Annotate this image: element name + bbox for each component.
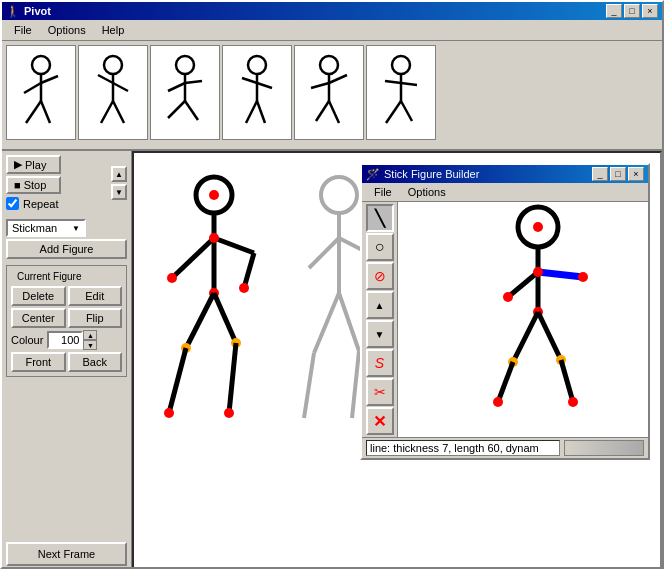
frame-1[interactable] (6, 45, 76, 140)
svg-point-18 (248, 56, 266, 74)
svg-line-14 (168, 83, 185, 91)
colour-down-button[interactable]: ▼ (83, 340, 97, 350)
next-frame-button[interactable]: Next Frame (6, 542, 127, 566)
svg-point-54 (321, 177, 357, 213)
svg-line-16 (168, 101, 185, 118)
svg-line-32 (385, 81, 401, 83)
no-tool-button[interactable]: ⊘ (366, 262, 394, 290)
colour-input[interactable]: 100 (47, 331, 83, 349)
menu-bar: File Options Help (2, 20, 662, 41)
scissors-tool-button[interactable]: ✂ (366, 378, 394, 406)
svg-point-69 (578, 272, 588, 282)
frame-2[interactable] (78, 45, 148, 140)
svg-point-45 (209, 233, 219, 243)
sub-status-scroll[interactable] (564, 440, 644, 456)
svg-line-27 (329, 75, 347, 83)
colour-spinbox: 100 ▲ ▼ (47, 330, 97, 350)
scroll-down-button[interactable]: ▼ (111, 184, 127, 200)
delete-button[interactable]: Delete (11, 286, 66, 306)
colour-label: Colour (11, 334, 43, 346)
playback-controls: ▶ Play ■ Stop Repeat (6, 155, 127, 211)
svg-point-74 (493, 397, 503, 407)
svg-point-78 (568, 397, 578, 407)
svg-line-3 (41, 76, 58, 83)
frame-5[interactable] (294, 45, 364, 140)
svg-line-34 (386, 101, 401, 123)
svg-line-77 (561, 360, 573, 402)
circle-tool-button[interactable]: ○ (366, 233, 394, 261)
minimize-button[interactable]: _ (606, 4, 622, 18)
sub-close-button[interactable]: × (628, 167, 644, 181)
menu-help[interactable]: Help (94, 22, 133, 38)
curve-tool-button[interactable]: S (366, 349, 394, 377)
svg-line-21 (257, 83, 272, 88)
colour-row: Colour 100 ▲ ▼ (11, 330, 122, 350)
svg-line-66 (508, 272, 538, 297)
svg-line-59 (304, 353, 314, 418)
play-button[interactable]: ▶ Play (6, 155, 61, 174)
main-window: 🚶 Pivot _ □ × File Options Help (0, 0, 664, 569)
center-button[interactable]: Center (11, 308, 66, 328)
close-button[interactable]: × (642, 4, 658, 18)
flip-button[interactable]: Flip (68, 308, 123, 328)
down-tool-button[interactable]: ▼ (366, 320, 394, 348)
add-figure-button[interactable]: Add Figure (6, 239, 127, 259)
svg-line-61 (352, 351, 359, 418)
sub-menu-bar: File Options (362, 183, 648, 202)
maximize-button[interactable]: □ (624, 4, 640, 18)
frame-3[interactable] (150, 45, 220, 140)
svg-line-9 (113, 83, 128, 91)
svg-line-48 (169, 348, 186, 413)
menu-options[interactable]: Options (40, 22, 94, 38)
title-bar-controls: _ □ × (606, 4, 658, 18)
svg-line-17 (185, 101, 198, 120)
frame-4[interactable] (222, 45, 292, 140)
sub-minimize-button[interactable]: _ (592, 167, 608, 181)
delete-tool-button[interactable]: ✕ (366, 407, 394, 435)
svg-line-4 (26, 101, 41, 123)
main-area: ▶ Play ■ Stop Repeat (2, 151, 662, 569)
svg-line-8 (98, 75, 113, 83)
svg-line-46 (186, 293, 214, 348)
sub-title-icon: 🪄 (366, 168, 380, 181)
current-figure-group: Current Figure Delete Edit Center Flip C… (6, 265, 127, 377)
line-tool-button[interactable]: ╲ (366, 204, 394, 232)
repeat-label: Repeat (23, 198, 58, 210)
back-button[interactable]: Back (68, 352, 123, 372)
sub-maximize-button[interactable]: □ (610, 167, 626, 181)
svg-line-2 (24, 83, 41, 93)
svg-line-58 (314, 293, 339, 353)
repeat-checkbox[interactable] (6, 197, 19, 210)
svg-point-67 (503, 292, 513, 302)
play-icon: ▶ (14, 158, 22, 171)
canvas-area[interactable]: 🪄 Stick Figure Builder _ □ × File Option… (132, 151, 662, 569)
title-bar: 🚶 Pivot _ □ × (2, 2, 662, 20)
scroll-up-button[interactable]: ▲ (111, 166, 127, 182)
svg-point-44 (239, 283, 249, 293)
svg-line-71 (513, 312, 538, 362)
front-button[interactable]: Front (11, 352, 66, 372)
svg-line-11 (113, 101, 124, 123)
frame-6[interactable] (366, 45, 436, 140)
svg-line-50 (214, 293, 236, 343)
edit-button[interactable]: Edit (68, 286, 123, 306)
svg-line-56 (309, 238, 339, 268)
up-tool-button[interactable]: ▲ (366, 291, 394, 319)
sub-canvas[interactable] (398, 202, 648, 437)
repeat-row: Repeat (6, 196, 109, 211)
stop-button[interactable]: ■ Stop (6, 176, 61, 194)
current-figure-title: Current Figure (15, 271, 83, 282)
tools-panel: ╲ ○ ⊘ ▲ ▼ S ✂ ✕ (362, 202, 398, 437)
sub-menu-options[interactable]: Options (400, 184, 454, 200)
sub-title-controls: _ □ × (592, 167, 644, 181)
menu-file[interactable]: File (6, 22, 40, 38)
colour-up-button[interactable]: ▲ (83, 330, 97, 340)
sub-menu-file[interactable]: File (366, 184, 400, 200)
dropdown-arrow-icon: ▼ (72, 224, 80, 233)
svg-point-24 (320, 56, 338, 74)
stop-icon: ■ (14, 179, 21, 191)
svg-point-0 (32, 56, 50, 74)
sub-content: ╲ ○ ⊘ ▲ ▼ S ✂ ✕ (362, 202, 648, 437)
svg-line-5 (41, 101, 50, 123)
figure-dropdown[interactable]: Stickman ▼ (6, 219, 86, 237)
